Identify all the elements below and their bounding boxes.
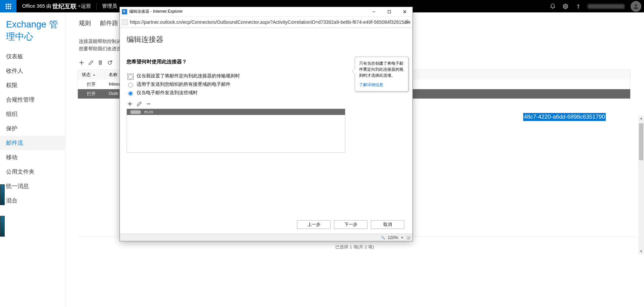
next-button[interactable]: 下一步 <box>334 220 367 229</box>
sidebar-item[interactable]: 仪表板 <box>0 49 65 64</box>
cell-status: 打开 <box>78 89 105 99</box>
notifications-icon[interactable] <box>549 3 556 10</box>
app-launcher-button[interactable] <box>0 0 16 12</box>
svg-point-9 <box>565 5 566 7</box>
maximize-button[interactable] <box>382 7 397 16</box>
domain-edit-button[interactable] <box>136 101 143 107</box>
domain-toolbar <box>127 101 406 107</box>
svg-rect-6 <box>6 8 7 9</box>
sidebar-item[interactable]: 组织 <box>0 107 65 121</box>
radio-input-rule[interactable] <box>128 74 133 79</box>
ie-favicon-icon <box>122 9 127 14</box>
zoom-level[interactable]: 120% <box>388 235 398 240</box>
left-nav: Exchange 管理中心 仪表板收件人权限合规性管理组织保护邮件流移动公用文件… <box>0 12 65 307</box>
svg-point-11 <box>635 4 637 6</box>
svg-rect-2 <box>10 4 11 5</box>
callout-tail-icon <box>352 68 355 74</box>
svg-rect-8 <box>10 8 11 9</box>
svg-rect-18 <box>406 21 409 23</box>
sort-asc-icon: ▲ <box>93 73 96 76</box>
exchange-heading: Exchange 管理中心 <box>0 13 65 49</box>
detail-panel: 48c7-4220-a6dd-6898c6351790 <box>523 113 637 121</box>
highlighted-guid[interactable]: 48c7-4220-a6dd-6898c6351790 <box>523 113 606 121</box>
ie-popup-window: 编辑连接器 - Internet Explorer https://partne… <box>119 7 413 241</box>
sidebar-item[interactable]: 保护 <box>0 121 65 136</box>
suite-role: 管理员 <box>102 3 117 9</box>
scroll-up-icon[interactable]: ▲ <box>638 116 644 121</box>
popup-titlebar[interactable]: 编辑连接器 - Internet Explorer <box>120 7 412 16</box>
brand-post: 运营 <box>81 3 91 9</box>
sidebar-item[interactable]: 公用文件夹 <box>0 165 65 179</box>
sidebar-item[interactable]: 合规性管理 <box>0 93 65 107</box>
svg-rect-3 <box>6 6 7 7</box>
svg-rect-7 <box>8 8 9 9</box>
scroll-thumb[interactable] <box>639 123 643 160</box>
svg-rect-5 <box>10 6 11 7</box>
brand-big: 世纪互联 <box>52 2 77 10</box>
brand-registered: ® <box>78 5 80 8</box>
minimize-button[interactable] <box>366 7 382 16</box>
resize-grip-icon[interactable] <box>406 236 410 240</box>
th-status[interactable]: 状态▲ <box>78 70 105 80</box>
callout-text: 只有当您创建了将电子邮件重定向到此连接器的规则时才选择此选项。 <box>359 61 403 78</box>
domain-blurred <box>130 110 141 114</box>
address-bar[interactable]: https://partner.outlook.cn/ecp/Connector… <box>120 16 412 28</box>
suite-divider <box>96 3 97 10</box>
sidebar-item[interactable]: 统一消息 <box>0 179 65 193</box>
back-button[interactable]: 上一步 <box>297 220 331 229</box>
brand-pre: Office 365 由 <box>22 3 51 9</box>
svg-rect-0 <box>6 4 7 5</box>
add-button[interactable] <box>78 59 85 66</box>
os-gadget-1 <box>0 184 5 205</box>
suite-brand: Office 365 由 世纪互联 ® 运营 <box>22 2 91 10</box>
svg-rect-15 <box>388 10 391 13</box>
user-avatar[interactable] <box>631 1 641 12</box>
tab-trace[interactable]: 邮件跟 <box>100 20 118 26</box>
site-icon <box>122 19 128 25</box>
window-buttons <box>366 7 412 16</box>
zoom-icon[interactable]: 🔍 <box>381 236 385 239</box>
tab-rules[interactable]: 规则 <box>79 20 91 26</box>
ie-status-bar: 🔍 120% ▼ <box>120 234 412 241</box>
help-icon[interactable] <box>575 3 582 10</box>
svg-rect-4 <box>8 6 9 7</box>
popup-body: 编辑连接器 您希望何时使用此连接器？ 仅当我设置了将邮件定向到此连接器的传输规则… <box>120 28 412 234</box>
info-callout: 只有当您创建了将电子邮件重定向到此连接器的规则时才选择此选项。 了解详细信息 <box>355 57 408 91</box>
cell-status: 打开 <box>78 80 105 89</box>
wizard-buttons: 上一步 下一步 取消 <box>297 220 404 229</box>
wizard-heading: 编辑连接器 <box>127 35 406 45</box>
detail-scrollbar[interactable]: ▲ ▼ <box>638 121 644 249</box>
sidebar-item[interactable]: 权限 <box>0 78 65 93</box>
selection-status: 已选择 1 项(共 2 项) <box>65 244 644 250</box>
domain-list-item[interactable]: m.cn <box>127 109 345 115</box>
svg-point-10 <box>578 7 579 8</box>
radio-input-all[interactable] <box>128 83 133 87</box>
edit-button[interactable] <box>88 59 94 66</box>
radio-input-domain[interactable] <box>128 91 133 96</box>
domain-text: m.cn <box>144 110 153 114</box>
zoom-dropdown-icon[interactable]: ▼ <box>401 236 404 239</box>
sidebar-item[interactable]: 邮件流 <box>0 136 65 150</box>
domain-add-button[interactable] <box>127 101 133 107</box>
url-text: https://partner.outlook.cn/ecp/Connector… <box>130 19 410 25</box>
refresh-button[interactable] <box>106 59 113 66</box>
sidebar-item[interactable]: 收件人 <box>0 64 65 78</box>
delete-button[interactable] <box>97 59 104 66</box>
svg-rect-1 <box>8 4 9 5</box>
suite-right <box>549 0 644 12</box>
lock-icon <box>405 19 410 25</box>
waffle-icon <box>6 4 11 9</box>
learn-more-link[interactable]: 了解详细信息 <box>359 82 383 88</box>
settings-icon[interactable] <box>562 3 569 10</box>
popup-title-text: 编辑连接器 - Internet Explorer <box>129 9 183 14</box>
domain-list[interactable]: m.cn <box>127 109 345 153</box>
sidebar-item[interactable]: 移动 <box>0 150 65 165</box>
close-button[interactable] <box>397 7 412 16</box>
os-gadget-2 <box>0 216 5 237</box>
sidebar-item[interactable]: 混合 <box>0 193 65 208</box>
domain-remove-button[interactable] <box>145 101 152 107</box>
user-name-blurred <box>588 4 625 9</box>
cancel-button[interactable]: 取消 <box>371 220 404 229</box>
